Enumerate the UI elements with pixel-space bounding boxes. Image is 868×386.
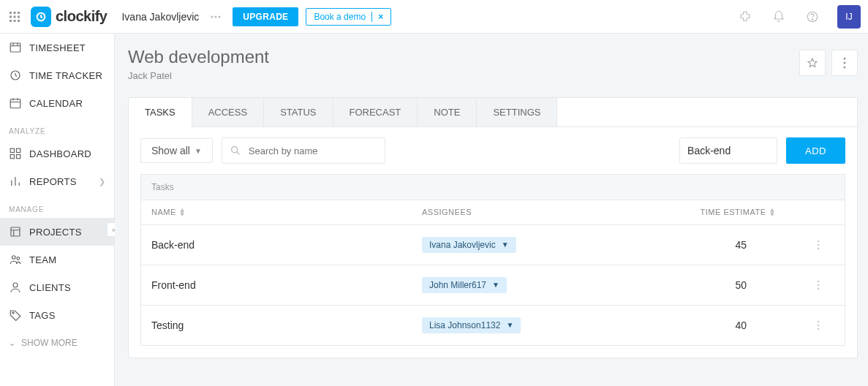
filter-dropdown[interactable]: Show all ▼	[140, 138, 213, 163]
sidebar-show-more[interactable]: ⌄ SHOW MORE	[0, 329, 114, 357]
task-estimate[interactable]: 40	[685, 319, 817, 331]
svg-rect-1	[14, 12, 16, 14]
assignee-name: Ivana Jakovljevic	[429, 240, 496, 250]
tasks-toolbar: Show all ▼ ADD	[129, 127, 857, 174]
assignee-chip[interactable]: Ivana Jakovljevic ▼	[422, 237, 516, 253]
sidebar-item-label: REPORTS	[29, 176, 77, 187]
sidebar-item-team[interactable]: TEAM	[0, 246, 114, 273]
search-input[interactable]	[247, 145, 377, 157]
sidebar-item-label: TIMESHEET	[29, 42, 86, 53]
new-task-input[interactable]	[679, 137, 777, 164]
current-user-name[interactable]: Ivana Jakovljevic	[121, 11, 199, 23]
sidebar-item-calendar[interactable]: CALENDAR	[0, 89, 114, 117]
svg-rect-6	[10, 20, 12, 22]
task-name[interactable]: Front-end	[151, 279, 422, 291]
sidebar-item-label: TIME TRACKER	[29, 70, 102, 81]
svg-point-26	[12, 312, 14, 314]
sidebar-item-label: CALENDAR	[29, 98, 83, 109]
brand-logo[interactable]: clockify	[31, 7, 107, 27]
task-name[interactable]: Testing	[151, 319, 422, 331]
filter-label: Show all	[151, 145, 190, 156]
help-icon[interactable]	[799, 4, 826, 30]
sidebar-section-manage: MANAGE	[0, 195, 114, 218]
svg-rect-19	[17, 148, 20, 152]
task-estimate[interactable]: 50	[685, 279, 817, 291]
sidebar-item-projects[interactable]: PROJECTS	[0, 218, 114, 246]
assignee-chip[interactable]: Lisa Johnson1132 ▼	[422, 317, 521, 333]
svg-rect-15	[10, 43, 20, 52]
add-task-button[interactable]: ADD	[786, 137, 845, 164]
svg-point-33	[818, 247, 820, 249]
sidebar: TIMESHEET TIME TRACKER CALENDAR ANALYZE …	[0, 34, 115, 386]
tab-forecast[interactable]: FORECAST	[333, 98, 418, 126]
sidebar-item-clients[interactable]: CLIENTS	[0, 273, 114, 301]
sidebar-item-dashboard[interactable]: DASHBOARD	[0, 140, 114, 167]
page-subtitle: Jack Patel	[128, 70, 269, 81]
tab-note[interactable]: NOTE	[418, 98, 477, 126]
svg-point-28	[844, 62, 846, 64]
svg-point-29	[844, 67, 846, 69]
svg-rect-3	[10, 15, 12, 18]
reports-icon	[9, 175, 22, 188]
close-icon[interactable]: ×	[371, 12, 383, 22]
sort-icon: ▲▼	[769, 208, 776, 217]
user-more-icon[interactable]	[206, 12, 225, 21]
caret-down-icon: ▼	[195, 147, 202, 155]
row-more-icon[interactable]	[817, 240, 834, 250]
svg-rect-7	[14, 20, 16, 22]
svg-point-35	[818, 284, 820, 286]
assignee-name: Lisa Johnson1132	[429, 320, 500, 330]
sidebar-section-analyze: ANALYZE	[0, 117, 114, 140]
favorite-button[interactable]	[799, 50, 826, 76]
svg-rect-0	[10, 12, 12, 14]
svg-point-27	[844, 58, 846, 60]
search-icon	[230, 145, 241, 156]
svg-point-34	[818, 280, 820, 282]
projects-icon	[9, 225, 22, 238]
task-estimate[interactable]: 45	[685, 239, 817, 251]
tab-access[interactable]: ACCESS	[192, 98, 264, 126]
row-more-icon[interactable]	[817, 320, 834, 330]
task-row: Testing Lisa Johnson1132 ▼ 40	[140, 306, 845, 346]
svg-point-36	[818, 287, 820, 290]
assignee-chip[interactable]: John Miller617 ▼	[422, 277, 507, 293]
topbar: clockify Ivana Jakovljevic UPGRADE Book …	[0, 0, 868, 34]
sidebar-item-label: TAGS	[29, 310, 56, 321]
upgrade-button[interactable]: UPGRADE	[233, 7, 298, 26]
sidebar-item-time-tracker[interactable]: TIME TRACKER	[0, 61, 114, 89]
timesheet-icon	[9, 41, 22, 54]
page-more-button[interactable]	[831, 50, 858, 76]
caret-down-icon: ▼	[492, 281, 499, 289]
sidebar-item-reports[interactable]: REPORTS ❯	[0, 167, 114, 195]
brand-name: clockify	[56, 8, 107, 25]
col-header-assignees[interactable]: ASSIGNEES	[422, 208, 685, 217]
page-header: Web development Jack Patel	[128, 47, 858, 81]
assignee-name: John Miller617	[429, 280, 486, 290]
svg-rect-21	[17, 155, 20, 159]
search-box[interactable]	[222, 137, 385, 164]
tab-status[interactable]: STATUS	[264, 98, 333, 126]
sidebar-item-timesheet[interactable]: TIMESHEET	[0, 34, 114, 61]
svg-rect-17	[10, 99, 20, 108]
tab-tasks[interactable]: TASKS	[129, 98, 192, 127]
task-name[interactable]: Back-end	[151, 239, 422, 251]
svg-rect-5	[18, 15, 20, 18]
tabs: TASKS ACCESS STATUS FORECAST NOTE SETTIN…	[129, 98, 857, 127]
apps-grid-icon[interactable]	[6, 8, 23, 26]
col-header-name[interactable]: NAME ▲▼	[151, 208, 422, 217]
book-demo-button[interactable]: Book a demo ×	[306, 8, 391, 26]
extensions-icon[interactable]	[732, 4, 758, 30]
clients-icon	[9, 281, 22, 294]
tab-settings[interactable]: SETTINGS	[477, 98, 557, 126]
svg-point-39	[818, 328, 820, 330]
avatar[interactable]: IJ	[837, 5, 861, 29]
svg-point-31	[818, 240, 820, 242]
svg-rect-4	[14, 15, 16, 18]
sidebar-item-tags[interactable]: TAGS	[0, 301, 114, 329]
row-more-icon[interactable]	[817, 280, 834, 290]
svg-point-14	[812, 19, 812, 20]
col-header-estimate[interactable]: TIME ESTIMATE ▲▼	[685, 208, 834, 217]
svg-point-32	[818, 243, 820, 246]
chevron-down-icon: ⌄	[9, 338, 15, 348]
bell-icon[interactable]	[766, 4, 792, 30]
